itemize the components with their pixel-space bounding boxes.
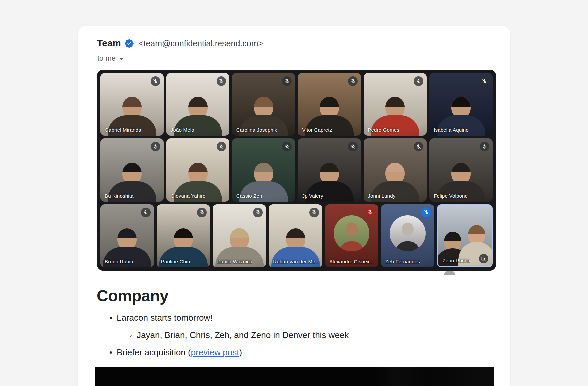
recipient-label: to me [97,54,116,63]
participant-name: Isabella Aquino [434,127,469,133]
mic-muted-icon [253,208,263,217]
list-item: ◦Jayan, Brian, Chris, Zeh, and Zeno in D… [129,330,462,340]
participant-name: Alexandre Cisneir... [329,259,374,264]
participant-tile: Felipe Volpone [429,138,493,201]
participant-name: Danilo Woznica [217,259,252,264]
participant-tile: Rehan van der Me... [269,204,322,267]
avatar [390,215,426,251]
bullet-marker: ◦ [129,330,132,341]
participant-name: Giovana Yahiro [171,193,206,199]
participant-tile: Giovana Yahiro [166,138,229,201]
participant-tile: Bruno Rubin [100,204,154,267]
mic-muted-icon [366,208,375,217]
participant-name: Cassio Zen [236,193,262,199]
participant-name: Pedro Gomes [368,127,399,133]
section-heading: Company [97,287,168,306]
chevron-down-icon [119,58,124,60]
picture-in-picture-icon [479,254,488,263]
overflow-avatar-arc [444,270,455,275]
participant-tile: Gabriel Miranda [100,73,164,136]
mic-muted-icon [348,142,358,151]
verified-badge-icon [125,39,134,48]
participant-name: Zeno Rocha [442,258,470,263]
participant-tile: Carolina Josephik [232,73,295,136]
participant-tile: Pedro Gomes [364,73,427,136]
participant-tile: Alexandre Cisneir... [325,204,378,267]
meet-grid-row: Bu Kinoshita Giovana Yahiro Cassio Zen [100,138,493,201]
page-background: { "palette": { "page_bg": "#f4f4f5", "ca… [0,0,588,386]
participant-tile: Jp Valery [298,138,361,201]
participant-name: Felipe Volpone [434,193,468,199]
preview-post-link[interactable]: preview post [191,347,239,357]
participant-name: Carolina Josephik [236,127,277,133]
mic-muted-icon [414,142,423,151]
mic-muted-icon [309,208,319,217]
participant-tile: Cassio Zen [232,138,295,201]
participant-name: Jonni Lundy [368,193,395,199]
mic-muted-icon [480,142,489,151]
bullet-marker: • [109,347,112,358]
mic-muted-icon [141,208,151,217]
participant-name: Rehan van der Me... [273,259,319,264]
mic-muted-icon [414,76,423,86]
company-list: •Laracon starts tomorrow! ◦Jayan, Brian,… [109,313,462,365]
participant-tile: Jonni Lundy [364,138,427,201]
mic-muted-icon [151,76,160,86]
email-header: Team <team@confidential.resend.com> [97,37,263,50]
participant-name: Bruno Rubin [105,259,133,264]
mic-muted-icon [421,208,431,217]
embedded-video-thumbnail[interactable] [95,367,494,386]
sender-email-address[interactable]: <team@confidential.resend.com> [139,39,263,48]
mic-muted-icon [217,142,226,151]
participant-name: Pauline Chin [161,259,190,264]
mic-muted-icon [480,76,489,86]
recipient-dropdown[interactable]: to me [97,54,124,63]
meet-grid-row: Bruno Rubin Pauline Chin Danilo Woznica [100,204,493,267]
participant-name: Jp Valery [302,193,323,199]
bullet-marker: • [109,313,112,323]
list-item: •Briefer acquisition (preview post) [109,347,462,358]
participant-tile: Vitor Capretz [298,73,361,136]
participant-tile: João Melo [166,73,229,136]
mic-muted-icon [217,76,226,86]
participant-name: Gabriel Miranda [105,127,141,133]
list-item: •Laracon starts tomorrow! [109,313,462,323]
participant-name: Vitor Capretz [302,127,332,133]
participant-tile: Zeh Fernandes [381,204,435,267]
meet-grid-row: Gabriel Miranda João Melo Carolina Josep… [100,73,493,136]
mic-muted-icon [282,142,292,151]
participant-tile: Isabella Aquino [429,73,493,136]
sender-name[interactable]: Team [97,38,121,49]
avatar [334,215,369,251]
meet-screenshot[interactable]: Gabriel Miranda João Melo Carolina Josep… [97,70,496,271]
participant-tile: Zeno Rocha [437,204,493,267]
mic-muted-icon [151,142,160,151]
email-card: Team <team@confidential.resend.com> to m… [78,26,510,386]
mic-muted-icon [348,76,358,86]
participant-name: João Melo [171,127,194,133]
participant-tile: Pauline Chin [157,204,210,267]
participant-name: Bu Kinoshita [105,193,134,199]
participant-tile: Bu Kinoshita [100,138,164,201]
mic-muted-icon [197,208,207,217]
participant-name: Zeh Fernandes [385,259,420,264]
mic-muted-icon [282,76,292,86]
participant-tile: Danilo Woznica [213,204,266,267]
